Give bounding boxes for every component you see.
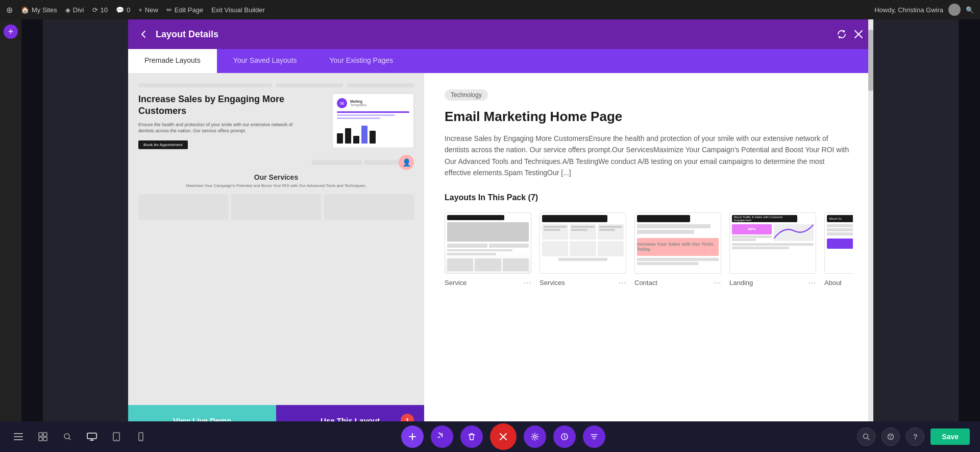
sidebar: +: [0, 19, 21, 452]
layout-thumb-menu-contact[interactable]: ⋯: [713, 278, 721, 288]
toolbar-phone-icon-btn[interactable]: [133, 429, 149, 445]
layout-thumb-label-row-about: About ⋯: [824, 278, 853, 288]
new-item[interactable]: + New: [138, 6, 158, 14]
toolbar-desktop-icon-btn[interactable]: [84, 429, 100, 445]
greeting-text: Howdy, Christina Gwira: [874, 6, 943, 14]
toolbar-close-button[interactable]: [490, 423, 517, 450]
toolbar-tablet-icon-btn[interactable]: [108, 429, 125, 445]
toolbar-palette-icon-btn[interactable]: [881, 427, 900, 446]
my-sites-item[interactable]: 🏠 My Sites: [21, 6, 57, 14]
toolbar-trash-button[interactable]: [460, 425, 483, 448]
svg-rect-5: [43, 433, 47, 436]
modal-sync-button[interactable]: [837, 29, 847, 39]
svg-point-13: [140, 439, 141, 440]
updates-count: 10: [101, 6, 108, 14]
divi-item[interactable]: ◈ Divi: [65, 6, 84, 14]
modal-body: Increase Sales by Engaging More Customer…: [128, 73, 873, 436]
toolbar-add-button[interactable]: [401, 425, 424, 448]
preview-panel: Increase Sales by Engaging More Customer…: [128, 73, 424, 436]
preview-mockup: Increase Sales by Engaging More Customer…: [128, 73, 424, 405]
layout-thumb-contact[interactable]: Increase Your Sales with Our Tools Today…: [634, 212, 721, 288]
updates-icon: ⟳: [92, 6, 98, 14]
mockup-bar-chart: [337, 123, 409, 144]
sidebar-add-btn[interactable]: +: [4, 25, 18, 39]
layout-thumb-image-services: [540, 212, 626, 274]
mockup-email-card: ✉ Mailing Templates: [332, 93, 414, 148]
search-icon[interactable]: 🔍: [966, 6, 974, 14]
edit-page-item[interactable]: ✏ Edit Page: [166, 6, 203, 14]
mockup-service-card-1: [138, 194, 228, 220]
mockup-service-cards: [138, 194, 414, 220]
new-label: New: [145, 6, 158, 14]
category-badge: Technology: [445, 89, 488, 101]
toolbar-history-button[interactable]: [553, 425, 576, 448]
toolbar-search-icon-btn[interactable]: [59, 429, 76, 445]
wp-icon: ⊛: [6, 5, 13, 15]
toolbar-menu-icon-btn[interactable]: [10, 429, 27, 445]
modal-tabs: Premade Layouts Your Saved Layouts Your …: [128, 49, 873, 73]
svg-point-17: [888, 434, 894, 440]
mockup-hero-text: Ensure the health and protection of your…: [138, 122, 304, 134]
toolbar-power-button[interactable]: [431, 425, 453, 448]
tab-saved-layouts[interactable]: Your Saved Layouts: [217, 49, 313, 73]
divi-label: Divi: [73, 6, 84, 14]
new-plus-icon: +: [138, 6, 142, 14]
admin-bar: ⊛ 🏠 My Sites ◈ Divi ⟳ 10 💬 0 + New ✏ Edi…: [0, 0, 980, 19]
svg-rect-7: [43, 437, 47, 441]
layout-thumb-label-row-service: Service ⋯: [445, 278, 531, 288]
comments-item[interactable]: 💬 0: [116, 6, 130, 14]
main-layout: + Layout Details: [0, 19, 980, 452]
mockup-service-card-3: [324, 194, 414, 220]
toolbar-help-icon-btn[interactable]: ?: [906, 427, 924, 446]
modal-overlay: Layout Details: [21, 19, 980, 452]
layout-thumb-label-row-contact: Contact ⋯: [634, 278, 721, 288]
mockup-email-avatar: ✉: [337, 98, 347, 108]
detail-panel: Technology Email Marketing Home Page Inc…: [424, 73, 873, 436]
exit-builder-item[interactable]: Exit Visual Builder: [211, 6, 265, 14]
layout-thumb-services[interactable]: Services ⋯: [540, 212, 626, 288]
layouts-pack-title: Layouts In This Pack (7): [445, 193, 853, 202]
mockup-email-lines: [337, 111, 409, 119]
toolbar-search-right-icon-btn[interactable]: [857, 427, 875, 446]
layout-thumb-service[interactable]: Service ⋯: [445, 212, 531, 288]
modal-scrollbar-thumb: [868, 73, 873, 91]
mockup-services-subtitle: Maximize Your Campaign's Potential and B…: [138, 183, 414, 188]
layout-thumb-label-row-landing: Landing ⋯: [729, 278, 816, 288]
svg-rect-4: [39, 433, 42, 436]
wp-logo-item[interactable]: ⊛: [6, 5, 13, 15]
edit-page-label: Edit Page: [175, 6, 203, 14]
content-area: Layout Details: [21, 19, 980, 452]
svg-point-18: [889, 435, 890, 436]
updates-item[interactable]: ⟳ 10: [92, 6, 108, 14]
svg-rect-3: [14, 439, 23, 440]
mockup-hero-section: Increase Sales by Engaging More Customer…: [138, 93, 414, 165]
toolbar-tune-button[interactable]: [583, 425, 605, 448]
svg-rect-2: [14, 436, 23, 437]
layout-thumb-label-about: About: [824, 279, 842, 287]
layout-thumb-about[interactable]: About Us: [824, 212, 853, 288]
bottom-toolbar: ? Save: [0, 421, 980, 452]
avatar: [948, 4, 961, 16]
toolbar-settings-button[interactable]: [524, 425, 546, 448]
tab-premade-layouts[interactable]: Premade Layouts: [128, 49, 217, 73]
layout-thumb-menu-landing[interactable]: ⋯: [808, 278, 816, 288]
modal-close-button[interactable]: [854, 30, 863, 39]
layout-thumb-menu-service[interactable]: ⋯: [523, 278, 531, 288]
toolbar-grid-icon-btn[interactable]: [35, 429, 51, 445]
layout-thumb-landing[interactable]: Boost Traffic & Sales with Customer Enga…: [729, 212, 816, 288]
layout-thumb-image-landing: Boost Traffic & Sales with Customer Enga…: [729, 212, 816, 274]
save-button[interactable]: Save: [930, 429, 970, 445]
detail-description: Increase Sales by Engaging More Customer…: [445, 133, 853, 179]
modal-back-button[interactable]: [138, 29, 149, 39]
svg-point-16: [864, 434, 868, 439]
svg-point-19: [891, 435, 892, 436]
layout-thumb-menu-services[interactable]: ⋯: [618, 278, 626, 288]
toolbar-left: [10, 429, 149, 445]
admin-bar-right: Howdy, Christina Gwira 🔍: [874, 4, 974, 16]
mockup-book-btn: Book An Appointment: [138, 140, 188, 149]
my-sites-icon: 🏠: [21, 6, 29, 14]
tab-existing-pages[interactable]: Your Existing Pages: [313, 49, 410, 73]
mockup-person-icon: 👤: [399, 155, 414, 170]
svg-point-11: [116, 439, 117, 440]
modal-scrollbar[interactable]: [868, 73, 873, 436]
